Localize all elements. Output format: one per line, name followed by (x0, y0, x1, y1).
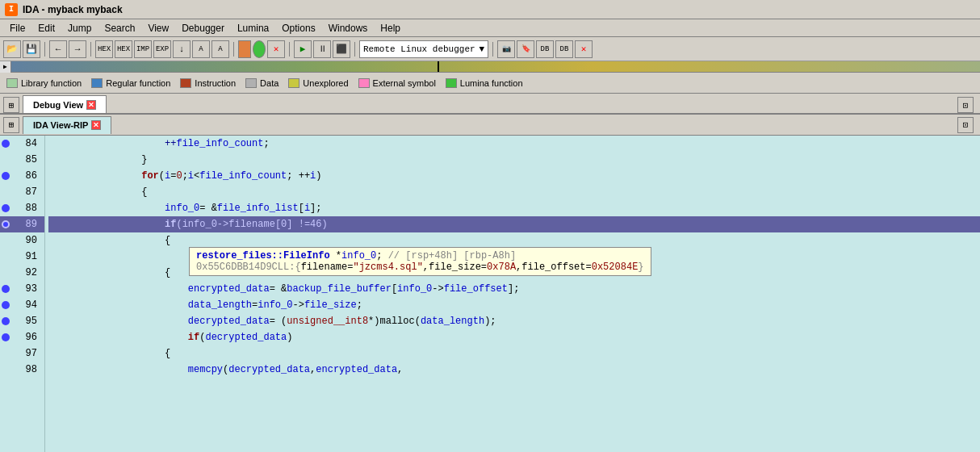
tb-hex2-btn[interactable]: HEX (115, 40, 132, 58)
tb-save-btn[interactable]: 💾 (23, 40, 40, 58)
breakpoint-84 (2, 140, 10, 148)
tb-export-btn[interactable]: EXP (153, 40, 171, 58)
tb-pause-btn[interactable]: ⏸ (313, 40, 331, 58)
legend-external: External symbol (358, 78, 436, 88)
tb-hex-btn[interactable]: HEX (95, 40, 113, 58)
line-87-num: 87 (11, 186, 40, 198)
tb-sep-4 (289, 42, 290, 56)
legend-bar: Library function Regular function Instru… (0, 73, 980, 94)
legend-instruction-label: Instruction (195, 78, 236, 88)
legend-external-label: External symbol (373, 78, 436, 88)
legend-lumina-label: Lumina function (460, 78, 523, 88)
tb-arrow-btn[interactable]: ↓ (173, 40, 191, 58)
code-line-90: { (48, 232, 980, 249)
breakpoint-93 (2, 285, 10, 293)
code-line-84: ++file_info_count; (48, 136, 980, 152)
ida-view-grid-icon[interactable]: ⊞ (3, 117, 19, 133)
ida-view-tab[interactable]: IDA View-RIP ✕ (23, 116, 111, 134)
menu-view[interactable]: View (141, 22, 175, 35)
tb-green-btn[interactable] (253, 40, 266, 58)
tb-snapshot-btn[interactable]: 📷 (497, 40, 515, 58)
legend-library-color (6, 78, 18, 88)
menu-lumina[interactable]: Lumina (231, 22, 275, 35)
toolbar: 📂 💾 ← → HEX HEX IMP EXP ↓ A A ✕ ▶ ⏸ ⬛ Re… (0, 37, 980, 61)
code-line-86: for ( i = 0; i < file_info_count; ++i ) (48, 168, 980, 184)
legend-regular-label: Regular function (106, 78, 170, 88)
line-94-gutter: 94 (0, 297, 44, 313)
line-98-gutter: 98 (0, 362, 44, 378)
menu-edit[interactable]: Edit (31, 22, 61, 35)
ida-view-tabbar: ⊞ IDA View-RIP ✕ ⊡ (0, 115, 980, 136)
view-content: 84 85 86 87 (0, 136, 980, 452)
tooltip: restore_files::FileInfo *info_0; // [rsp… (189, 247, 651, 276)
menu-jump[interactable]: Jump (61, 22, 98, 35)
line-89-num: 89 (11, 219, 40, 230)
line-95-num: 95 (11, 316, 40, 327)
tb-import-btn[interactable]: IMP (134, 40, 152, 58)
legend-library-label: Library function (21, 78, 82, 88)
debug-view-grid-icon[interactable]: ⊞ (3, 97, 19, 113)
breakpoint-88 (2, 204, 10, 212)
debugger-label: Remote Linux debugger (363, 44, 475, 54)
tb-sep-3 (233, 42, 234, 56)
tb-bookmark-btn[interactable]: 🔖 (517, 40, 534, 58)
window-title: IDA - myback myback (23, 4, 123, 15)
tb-cross-btn[interactable]: ✕ (267, 40, 285, 58)
tb-run-btn[interactable]: ▶ (294, 40, 312, 58)
tb-stop-btn[interactable]: ⬛ (333, 40, 350, 58)
menu-help[interactable]: Help (374, 22, 407, 35)
legend-unexplored: Unexplored (288, 78, 348, 88)
nav-bar-content (11, 61, 980, 72)
line-98-num: 98 (11, 364, 40, 375)
line-92-gutter: 92 (0, 265, 44, 281)
legend-data: Data (245, 78, 279, 88)
tb-color-btn[interactable] (238, 40, 251, 58)
nav-bar-arrow[interactable]: ▶ (0, 61, 11, 73)
current-line-indicator (2, 220, 10, 228)
debugger-dropdown[interactable]: Remote Linux debugger ▼ (359, 40, 488, 58)
debug-view-close-btn[interactable]: ✕ (86, 100, 96, 110)
code-line-87: { (48, 184, 980, 200)
line-84-num: 84 (11, 138, 40, 149)
line-92-num: 92 (11, 267, 40, 278)
legend-library: Library function (6, 78, 82, 88)
menu-options[interactable]: Options (275, 22, 321, 35)
breakpoint-96 (2, 333, 10, 341)
tb-sep-1 (44, 42, 45, 56)
ida-view-tab-label: IDA View-RIP (33, 120, 88, 130)
line-96-dot (0, 333, 11, 341)
line-86-num: 86 (11, 170, 40, 182)
menu-search[interactable]: Search (98, 22, 141, 35)
tb-x-btn[interactable]: ✕ (575, 40, 593, 58)
menu-file[interactable]: File (3, 22, 31, 35)
legend-regular: Regular function (91, 78, 170, 88)
line-91-gutter: 91 (0, 249, 44, 265)
main-content: ⊞ Debug View ✕ ⊡ ⊞ IDA View-RIP ✕ ⊡ (0, 94, 980, 452)
code-line-97: { (48, 345, 980, 362)
line-88-num: 88 (11, 203, 40, 214)
tb-font2-btn[interactable]: A (211, 40, 229, 58)
line-86-dot (0, 172, 11, 180)
legend-regular-color (91, 78, 103, 88)
breakpoint-94 (2, 301, 10, 309)
debug-view-tab[interactable]: Debug View ✕ (23, 95, 107, 113)
tb-back-btn[interactable]: ← (49, 40, 67, 58)
tb-dbg2-btn[interactable]: DB (555, 40, 573, 58)
tb-dbg1-btn[interactable]: DB (536, 40, 554, 58)
line-85-gutter: 85 (0, 152, 44, 168)
ida-view-restore-btn[interactable]: ⊡ (957, 117, 974, 133)
line-90-gutter: 90 (0, 232, 44, 249)
menu-debugger[interactable]: Debugger (175, 22, 231, 35)
tb-font-btn[interactable]: A (192, 40, 210, 58)
legend-external-color (358, 78, 370, 88)
code-line-98: memcpy(decrypted_data, encrypted_data, (48, 362, 980, 378)
code-line-85: } (48, 152, 980, 168)
menu-windows[interactable]: Windows (322, 22, 375, 35)
tb-fwd-btn[interactable]: → (69, 40, 86, 58)
ida-view-close-btn[interactable]: ✕ (91, 120, 101, 130)
tb-sep-6 (492, 42, 493, 56)
breakpoint-95 (2, 317, 10, 325)
debug-view-restore-btn[interactable]: ⊡ (957, 97, 974, 113)
tb-open-btn[interactable]: 📂 (3, 40, 21, 58)
legend-unexplored-color (288, 78, 299, 88)
